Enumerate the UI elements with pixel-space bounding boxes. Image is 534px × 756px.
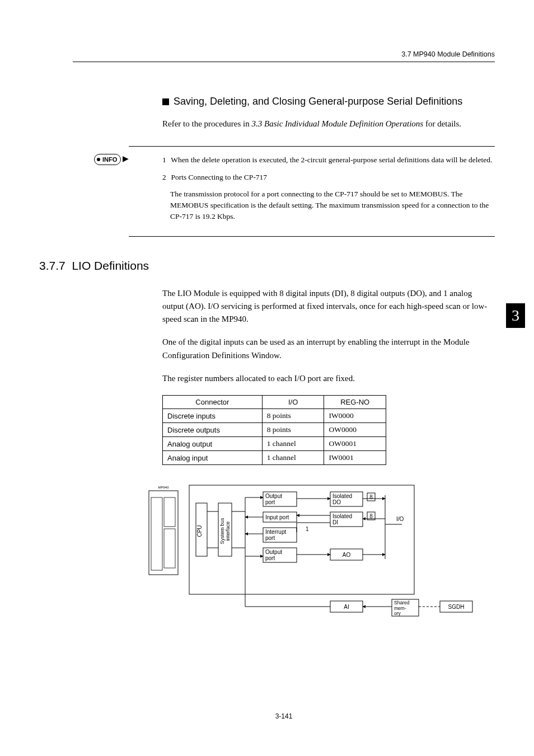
cell-io: 1 channel xyxy=(262,437,324,451)
subsection-paragraph: Refer to the procedures in 3.3 Basic Ind… xyxy=(162,118,495,130)
section-title: 3.7.7 LIO Definitions xyxy=(39,259,495,273)
cell-io: 8 points xyxy=(262,423,324,437)
cell-io: 8 points xyxy=(262,409,324,423)
info-item-2-num: 2 xyxy=(162,172,169,183)
table-header-row: Connector I/O REG-NO xyxy=(163,396,386,409)
th-io: I/O xyxy=(262,396,324,409)
io-label: I/O xyxy=(396,516,404,522)
io-table: Connector I/O REG-NO Discrete inputs 8 p… xyxy=(162,395,386,465)
info-item-1-num: 1 xyxy=(162,154,169,166)
iso-do-l2: DO xyxy=(332,499,341,505)
section-title-text: LIO Definitions xyxy=(72,259,149,272)
table-row: Analog input 1 channel IW0001 xyxy=(163,451,386,465)
arrow-icon: ▶ xyxy=(123,154,129,163)
page-number: 3-141 xyxy=(73,712,495,720)
svg-rect-3 xyxy=(164,529,175,568)
block-diagram: MP940 CPU System bus interface Output po… xyxy=(146,481,495,623)
para-pre: Refer to the procedures in xyxy=(162,119,252,128)
module-label: MP940 xyxy=(158,486,169,489)
cell-connector: Discrete inputs xyxy=(163,409,263,423)
running-header: 3.7 MP940 Module Definitions xyxy=(73,50,495,58)
para-post: for details. xyxy=(423,119,461,128)
cell-io: 1 channel xyxy=(262,451,324,465)
svg-rect-2 xyxy=(164,497,175,527)
ai-label: AI xyxy=(344,604,349,610)
square-bullet-icon xyxy=(162,98,169,105)
cell-reg: IW0000 xyxy=(324,409,386,423)
in1-label: Input port xyxy=(265,514,289,520)
cell-connector: Analog output xyxy=(163,437,263,451)
dot-icon xyxy=(97,158,100,161)
info-item-1: 1 When the delete operation is executed,… xyxy=(162,154,495,166)
header-rule xyxy=(73,62,495,62)
n1: 1 xyxy=(306,526,309,532)
diagram-svg: MP940 CPU System bus interface Output po… xyxy=(146,481,481,621)
section-p3: The register numbers allocated to each I… xyxy=(162,372,495,385)
subsection-title-text: Saving, Deleting, and Closing General-pu… xyxy=(174,96,462,107)
info-item-2-text: Ports Connecting to the CP-717 xyxy=(171,173,267,181)
out1-l2: port xyxy=(265,499,275,505)
svg-rect-1 xyxy=(151,497,162,570)
svg-rect-0 xyxy=(149,491,178,575)
th-regno: REG-NO xyxy=(324,396,386,409)
n8b: 8 xyxy=(369,513,373,519)
info-icon: INFO xyxy=(94,154,121,165)
table-row: Analog output 1 channel OW0001 xyxy=(163,437,386,451)
info-badge: INFO ▶ xyxy=(94,153,129,165)
table-row: Discrete outputs 8 points OW0000 xyxy=(163,423,386,437)
info-badge-text: INFO xyxy=(102,156,117,163)
section-p2: One of the digital inputs can be used as… xyxy=(162,336,495,362)
info-item-2-sub: The transmission protocol for a port con… xyxy=(170,189,495,223)
ao-label: AO xyxy=(343,552,351,558)
shared-l3: ory xyxy=(394,611,401,616)
cell-reg: OW0001 xyxy=(324,437,386,451)
sysbus-line2: interface xyxy=(225,522,231,541)
content-block: Saving, Deleting, and Closing General-pu… xyxy=(162,96,495,237)
info-item-1-text: When the delete operation is executed, t… xyxy=(171,156,492,164)
cell-reg: OW0000 xyxy=(324,423,386,437)
out1-l1: Output xyxy=(265,493,282,499)
chapter-tab: 3 xyxy=(506,303,525,328)
cell-connector: Analog input xyxy=(163,451,263,465)
iso-di-l2: DI xyxy=(332,519,338,525)
cell-connector: Discrete outputs xyxy=(163,423,263,437)
out2-l1: Output xyxy=(265,549,282,555)
para-ref: 3.3 Basic Individual Module Definition O… xyxy=(252,119,424,128)
intr-l2: port xyxy=(265,535,275,541)
iso-do-l1: Isolated xyxy=(332,493,352,499)
cpu-label: CPU xyxy=(196,525,203,537)
table-row: Discrete inputs 8 points IW0000 xyxy=(163,409,386,423)
subsection-title: Saving, Deleting, and Closing General-pu… xyxy=(162,96,495,107)
n8a: 8 xyxy=(369,494,373,500)
section-p1: The LIO Module is equipped with 8 digita… xyxy=(162,287,495,326)
iso-di-l1: Isolated xyxy=(332,513,352,519)
cell-reg: IW0001 xyxy=(324,451,386,465)
shared-l1: Shared xyxy=(394,600,410,605)
info-item-2: 2 Ports Connecting to the CP-717 xyxy=(162,172,495,183)
sysbus-line1: System bus xyxy=(219,518,225,544)
sgdh-label: SGDH xyxy=(448,604,465,610)
intr-l1: Interrupt xyxy=(265,529,286,535)
section-body: The LIO Module is equipped with 8 digita… xyxy=(162,287,495,623)
section-number: 3.7.7 xyxy=(39,259,65,272)
info-block: INFO ▶ 1 When the delete operation is ex… xyxy=(129,146,495,236)
out2-l2: port xyxy=(265,555,275,561)
th-connector: Connector xyxy=(163,396,263,409)
